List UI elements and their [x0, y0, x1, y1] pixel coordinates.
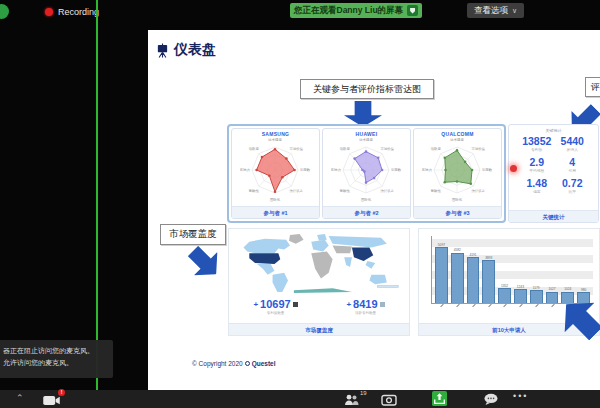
svg-text:市场价值: 市场价值	[380, 147, 394, 151]
stat-value: 2.9	[519, 157, 555, 168]
chevron-down-icon: ∨	[512, 7, 517, 15]
brand-name: Questel	[252, 360, 276, 367]
security-shield-icon	[407, 5, 418, 16]
radar-chart-samsung: 技术强度市场价值引用数法律状态国际化新颖性影响力活跃度	[232, 137, 318, 203]
grid-icon	[293, 302, 298, 307]
x-tick-label	[545, 305, 558, 309]
zoom-bottom-toolbar: ⌃ ! 启动视频 19	[0, 390, 600, 408]
stat-cell: 13852专利族	[519, 136, 555, 152]
svg-text:法律状态: 法律状态	[289, 189, 303, 193]
radar-card-qualcomm[interactable]: QUALCOMM 技术强度市场价值引用数法律状态国际化新颖性影响力活跃度 参与者…	[413, 128, 502, 219]
bar-chart: 509745824191389313521243117910271024980	[431, 236, 593, 304]
arrow-down-right-icon	[181, 239, 228, 286]
bar-value-label: 1024	[564, 287, 571, 291]
plus-sign: +	[346, 300, 351, 309]
alert-dot-icon	[510, 165, 517, 172]
svg-text:国际化: 国际化	[452, 197, 463, 202]
camera-control-button[interactable]	[381, 392, 397, 408]
bar-column: 3893	[482, 256, 495, 303]
bar-column: 1243	[514, 285, 527, 303]
stat-label: 强度	[519, 189, 555, 194]
share-border-line	[96, 0, 98, 390]
stat-cell: 1.48强度	[519, 178, 555, 194]
share-screen-button[interactable]	[432, 391, 447, 408]
questel-logo-icon	[245, 361, 250, 366]
stat-value: 0.72	[555, 178, 591, 189]
audio-options-chevron-icon[interactable]: ⌃	[16, 393, 24, 403]
bar-value-label: 4582	[454, 248, 461, 252]
radar-card-samsung[interactable]: SAMSUNG 技术强度市场价值引用数法律状态国际化新颖性影响力活跃度 参与者 …	[231, 128, 320, 219]
bar-value-label: 1243	[517, 285, 524, 289]
svg-text:技术强度: 技术强度	[359, 138, 373, 142]
bar-value-label: 1027	[548, 287, 555, 291]
recording-label: Recording	[58, 7, 99, 17]
radar-charts-panel: SAMSUNG 技术强度市场价值引用数法律状态国际化新颖性影响力活跃度 参与者 …	[227, 124, 506, 223]
participants-count: 19	[360, 390, 367, 396]
zoom-app-window: Recording 您正在观看Danny Liu的屏幕 查看选项 ∨ 仪表盘 关…	[0, 0, 600, 408]
copyright-text: © Copyright 2020	[192, 360, 243, 367]
stat-label: 引用	[555, 168, 591, 173]
stat-cell: 5440发明人	[555, 136, 591, 152]
bar-column: 5097	[435, 243, 448, 304]
radar-footer: 参与者 #1	[232, 206, 319, 218]
radar-card-huawei[interactable]: HUAWEI 技术强度市场价值引用数法律状态国际化新颖性影响力活跃度 参与者 #…	[322, 128, 411, 219]
svg-text:法律状态: 法律状态	[471, 189, 485, 193]
svg-text:新颖性: 新颖性	[340, 189, 351, 193]
mic-tooltip-line1: 器正在阻止访问您的麦克风。	[3, 345, 110, 357]
bar-column: 1024	[561, 287, 574, 303]
watching-banner: 您正在观看Danny Liu的屏幕	[290, 3, 422, 18]
key-stats-card[interactable]: 关键统计 13852专利族5440发明人2.9平均规模4引用1.48强度0.72…	[508, 124, 599, 223]
shared-screen-content: 仪表盘 关键参与者评价指标雷达图 评 SAMSUNG 技术强度市场价值引用数法律…	[148, 30, 600, 390]
camera-icon	[381, 394, 397, 406]
plus-sign: +	[253, 300, 258, 309]
radar-footer: 参与者 #3	[414, 206, 501, 218]
stat-value: 13852	[519, 136, 555, 147]
svg-text:影响力: 影响力	[422, 167, 432, 172]
meeting-info-shield-icon[interactable]	[0, 4, 9, 19]
start-video-button[interactable]: ! 启动视频	[42, 392, 61, 408]
bar	[482, 260, 495, 303]
svg-text:引用数: 引用数	[482, 168, 493, 172]
bar-value-label: 1352	[501, 284, 508, 288]
stat-value: 5440	[555, 136, 591, 147]
stat-cell: 4引用	[555, 157, 591, 173]
bar-value-label: 5097	[438, 243, 445, 247]
bar	[514, 289, 527, 303]
stat-value: 1.48	[519, 178, 555, 189]
recording-dot-icon	[45, 8, 53, 16]
stat-label: 比率	[555, 189, 591, 194]
participants-button[interactable]: 19	[344, 392, 367, 408]
svg-text:国际化: 国际化	[270, 197, 281, 202]
radar-footer: 参与者 #2	[323, 206, 410, 218]
page-title-text: 仪表盘	[174, 41, 216, 59]
x-tick-label	[514, 305, 527, 309]
bar	[577, 292, 590, 303]
map-stat-value: 8419	[353, 298, 377, 310]
svg-text:新颖性: 新颖性	[431, 189, 442, 193]
svg-text:活跃度: 活跃度	[340, 146, 351, 151]
svg-text:活跃度: 活跃度	[431, 146, 442, 151]
more-options-button[interactable]: •••	[513, 391, 528, 401]
stat-cell: 2.9平均规模	[519, 157, 555, 173]
bar-column: 1352	[498, 284, 511, 303]
x-tick-label	[498, 305, 511, 309]
bar	[546, 292, 559, 303]
copyright: © Copyright 2020 Questel	[192, 360, 276, 367]
svg-text:引用数: 引用数	[300, 168, 311, 172]
stat-cell: 0.72比率	[555, 178, 591, 194]
map-stat-families: + 10697 专利族数量	[253, 298, 297, 315]
chat-button[interactable]	[483, 392, 499, 408]
video-camera-icon	[42, 395, 61, 406]
svg-text:国际化: 国际化	[361, 197, 372, 202]
view-options-button[interactable]: 查看选项 ∨	[467, 3, 524, 18]
bar-value-label: 1179	[533, 286, 540, 290]
market-coverage-card[interactable]: + 10697 专利族数量 + 8419 活跃专利数量 市场覆盖度	[228, 228, 410, 336]
stat-label: 专利族	[519, 147, 555, 152]
svg-text:技术强度: 技术强度	[268, 138, 282, 142]
bar	[467, 257, 480, 303]
callout-radar-label: 关键参与者评价指标雷达图	[300, 79, 434, 99]
stats-grid: 13852专利族5440发明人2.9平均规模4引用1.48强度0.72比率	[509, 133, 598, 194]
stat-value: 4	[555, 157, 591, 168]
recording-indicator: Recording	[45, 7, 99, 17]
chat-bubble-icon	[483, 393, 499, 406]
